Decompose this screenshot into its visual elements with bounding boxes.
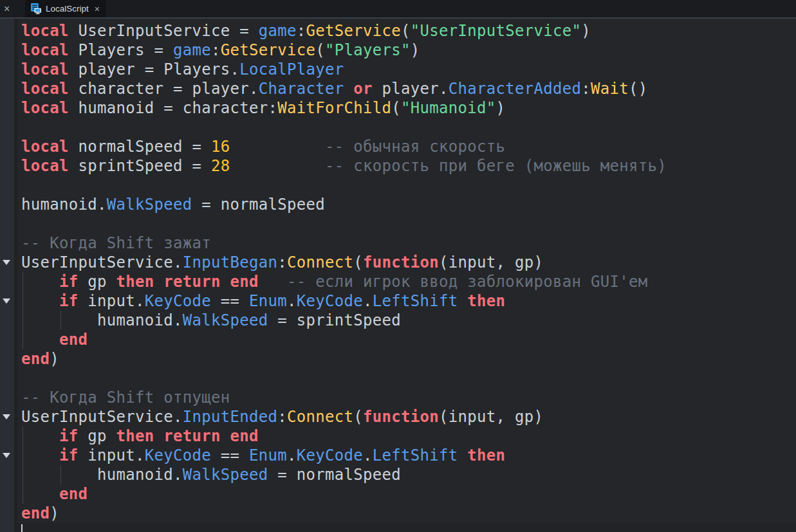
code-token: ) [50,504,59,522]
code-token: : [277,408,287,426]
tab-close-icon[interactable]: × [93,4,100,14]
code-line[interactable] [17,214,796,234]
code-token: "Humanoid" [401,99,496,117]
code-line[interactable]: end [17,484,796,504]
code-token: KeyCode [297,446,363,464]
code-token: humanoid = character: [69,99,277,117]
code-token: end [230,273,259,291]
code-line[interactable]: -- Когда Shift отпущен [17,388,796,407]
code-line[interactable]: local player = Players.LocalPlayer [17,60,796,79]
code-token: local [21,60,69,78]
code-token: local [21,157,69,175]
code-token: then [116,427,154,445]
code-line[interactable]: if input.KeyCode == Enum.KeyCode.LeftShi… [17,291,796,311]
code-line[interactable]: humanoid.WalkSpeed = normalSpeed [17,195,796,214]
code-line[interactable]: local Players = game:GetService("Players… [17,41,796,60]
code-token: if [59,292,79,310]
fold-arrow-icon[interactable] [3,298,10,304]
code-line[interactable]: UserInputService.InputEnded:Connect(func… [17,407,796,427]
code-token: local [21,41,69,59]
code-line[interactable]: UserInputService.InputBegan:Connect(func… [17,253,796,272]
code-line[interactable]: end) [17,504,796,523]
code-line[interactable]: end [17,330,796,349]
fold-arrow-icon[interactable] [3,260,10,265]
code-editor[interactable]: local UserInputService = game:GetService… [0,19,796,532]
code-token [344,80,353,98]
code-token: . [287,446,297,464]
indent-guide [23,427,23,446]
panel-close-icon[interactable]: × [0,0,25,17]
code-token: game [173,41,211,59]
code-line[interactable]: local UserInputService = game:GetService… [17,21,796,41]
code-token: "UserInputService" [411,22,582,40]
code-line[interactable] [17,176,796,195]
code-token: Connect [287,253,353,271]
code-token: local [21,138,69,156]
code-token: input. [79,446,145,464]
code-token: sprintSpeed = [69,157,211,175]
code-token: gp [79,427,116,445]
code-token: InputBegan [183,253,278,271]
code-line[interactable]: humanoid.WalkSpeed = sprintSpeed [17,311,796,330]
code-token [154,427,164,445]
code-token: LocalPlayer [239,60,344,78]
code-token [21,427,59,445]
code-area[interactable]: local UserInputService = game:GetService… [17,19,796,532]
code-token [154,273,164,291]
indent-guide [23,446,23,465]
tab-localscript[interactable]: LocalScript × [25,0,106,17]
code-line[interactable] [17,369,796,388]
code-token: InputEnded [183,408,278,426]
code-line[interactable] [17,523,796,532]
script-editor-window: × LocalScript × local UserInputService =… [0,0,796,532]
code-token: WalkSpeed [183,311,268,329]
code-token: : [211,41,221,59]
code-token: humanoid. [21,311,183,329]
code-line[interactable]: if input.KeyCode == Enum.KeyCode.LeftShi… [17,446,796,465]
code-line[interactable]: local sprintSpeed = 28 -- скорость при б… [17,156,796,176]
code-token: WaitForChild [277,99,391,117]
code-token: KeyCode [145,292,211,310]
code-token: Enum [249,446,287,464]
code-token: if [59,427,79,445]
code-token [230,138,326,156]
code-token: game [259,22,297,40]
code-token: then [467,446,505,464]
code-token: -- обычная скорость [325,138,505,156]
code-token: player. [373,80,449,98]
code-line[interactable]: if gp then return end [17,427,796,446]
code-token [221,427,230,445]
code-token: ( [315,41,325,59]
code-line[interactable]: -- Когда Shift зажат [17,234,796,253]
code-token: input. [79,292,145,310]
code-token: return [163,427,221,445]
code-token: : [581,80,591,98]
code-line[interactable]: end) [17,349,796,369]
fold-arrow-icon[interactable] [3,453,10,458]
code-token: end [21,350,50,368]
code-line[interactable]: local humanoid = character:WaitForChild(… [17,98,796,118]
code-token: : [297,22,306,40]
text-cursor [21,524,23,532]
code-line[interactable]: local normalSpeed = 16 -- обычная скорос… [17,137,796,156]
code-token: ) [411,41,420,59]
code-line[interactable]: local character = player.Character or pl… [17,79,796,98]
code-token: -- Когда Shift отпущен [21,389,230,407]
code-line[interactable]: if gp then return end -- если игрок ввод… [17,272,796,291]
indent-guide [60,465,61,484]
tab-bar: × LocalScript × [0,0,796,19]
code-token: LeftShift [373,292,458,310]
code-token: -- Когда Shift зажат [21,234,211,252]
code-token: = sprintSpeed [268,311,402,329]
code-token [221,273,230,291]
code-token: == [211,292,249,310]
code-token: Players = [69,41,173,59]
code-token [259,273,287,291]
code-token: normalSpeed = [69,138,211,156]
code-line[interactable]: humanoid.WalkSpeed = normalSpeed [17,465,796,484]
fold-arrow-icon[interactable] [3,414,10,419]
code-token: Enum [249,292,287,310]
code-line[interactable] [17,118,796,137]
code-token: GetService [306,22,401,40]
code-token: ( [401,22,411,40]
